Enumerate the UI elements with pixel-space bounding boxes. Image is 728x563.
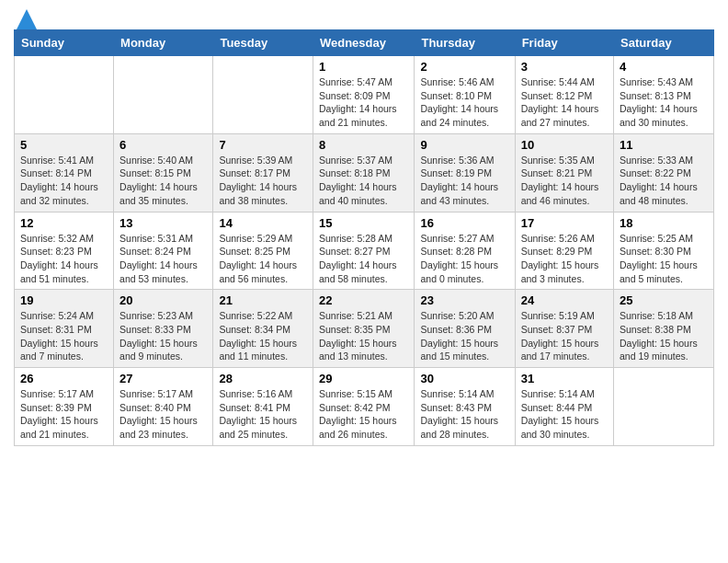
day-info: Sunrise: 5:32 AM Sunset: 8:23 PM Dayligh… — [20, 232, 108, 286]
day-number: 22 — [319, 293, 409, 307]
calendar-cell: 29Sunrise: 5:15 AM Sunset: 8:42 PM Dayli… — [313, 368, 415, 446]
day-number: 12 — [20, 216, 108, 230]
day-number: 10 — [521, 138, 608, 152]
calendar-header-tuesday: Tuesday — [213, 30, 313, 56]
day-number: 15 — [319, 216, 409, 230]
calendar-cell: 16Sunrise: 5:27 AM Sunset: 8:28 PM Dayli… — [415, 212, 515, 290]
day-info: Sunrise: 5:19 AM Sunset: 8:37 PM Dayligh… — [521, 309, 608, 363]
calendar-cell: 24Sunrise: 5:19 AM Sunset: 8:37 PM Dayli… — [515, 290, 613, 368]
calendar-cell: 11Sunrise: 5:33 AM Sunset: 8:22 PM Dayli… — [614, 133, 714, 212]
day-number: 13 — [119, 216, 207, 230]
day-info: Sunrise: 5:17 AM Sunset: 8:40 PM Dayligh… — [119, 387, 207, 442]
calendar-cell: 28Sunrise: 5:16 AM Sunset: 8:41 PM Dayli… — [213, 368, 313, 446]
calendar-cell: 22Sunrise: 5:21 AM Sunset: 8:35 PM Dayli… — [313, 290, 415, 368]
calendar-header-wednesday: Wednesday — [313, 30, 415, 56]
day-info: Sunrise: 5:26 AM Sunset: 8:29 PM Dayligh… — [521, 232, 608, 286]
calendar-header-sunday: Sunday — [15, 30, 114, 56]
day-number: 28 — [219, 372, 307, 385]
day-number: 25 — [620, 293, 708, 307]
day-info: Sunrise: 5:14 AM Sunset: 8:43 PM Dayligh… — [420, 387, 508, 442]
calendar-cell: 27Sunrise: 5:17 AM Sunset: 8:40 PM Dayli… — [114, 368, 213, 446]
day-info: Sunrise: 5:39 AM Sunset: 8:17 PM Dayligh… — [219, 154, 307, 208]
day-info: Sunrise: 5:43 AM Sunset: 8:13 PM Dayligh… — [620, 75, 708, 130]
calendar-cell: 15Sunrise: 5:28 AM Sunset: 8:27 PM Dayli… — [313, 212, 415, 290]
day-info: Sunrise: 5:36 AM Sunset: 8:19 PM Dayligh… — [420, 154, 508, 208]
day-info: Sunrise: 5:17 AM Sunset: 8:39 PM Dayligh… — [20, 387, 108, 442]
calendar-cell: 12Sunrise: 5:32 AM Sunset: 8:23 PM Dayli… — [15, 212, 114, 290]
day-number: 27 — [119, 372, 207, 385]
day-info: Sunrise: 5:40 AM Sunset: 8:15 PM Dayligh… — [119, 154, 207, 208]
calendar: SundayMondayTuesdayWednesdayThursdayFrid… — [14, 29, 714, 446]
calendar-header-monday: Monday — [114, 30, 213, 56]
calendar-week-1: 1Sunrise: 5:47 AM Sunset: 8:09 PM Daylig… — [15, 56, 714, 134]
header — [14, 9, 714, 22]
calendar-week-5: 26Sunrise: 5:17 AM Sunset: 8:39 PM Dayli… — [15, 368, 714, 446]
calendar-cell: 31Sunrise: 5:14 AM Sunset: 8:44 PM Dayli… — [515, 368, 613, 446]
day-number: 16 — [420, 216, 508, 230]
day-info: Sunrise: 5:18 AM Sunset: 8:38 PM Dayligh… — [620, 309, 708, 363]
day-number: 17 — [521, 216, 608, 230]
calendar-cell: 13Sunrise: 5:31 AM Sunset: 8:24 PM Dayli… — [114, 212, 213, 290]
day-number: 26 — [20, 372, 108, 385]
day-number: 23 — [420, 293, 508, 307]
calendar-week-3: 12Sunrise: 5:32 AM Sunset: 8:23 PM Dayli… — [15, 212, 714, 290]
day-info: Sunrise: 5:29 AM Sunset: 8:25 PM Dayligh… — [219, 232, 307, 286]
svg-marker-0 — [17, 9, 37, 29]
calendar-header-row: SundayMondayTuesdayWednesdayThursdayFrid… — [15, 30, 714, 56]
page: SundayMondayTuesdayWednesdayThursdayFrid… — [0, 0, 728, 460]
day-number: 18 — [620, 216, 708, 230]
calendar-cell: 20Sunrise: 5:23 AM Sunset: 8:33 PM Dayli… — [114, 290, 213, 368]
day-info: Sunrise: 5:44 AM Sunset: 8:12 PM Dayligh… — [521, 75, 608, 130]
day-info: Sunrise: 5:27 AM Sunset: 8:28 PM Dayligh… — [420, 232, 508, 286]
calendar-cell: 5Sunrise: 5:41 AM Sunset: 8:14 PM Daylig… — [15, 133, 114, 212]
calendar-cell — [15, 56, 114, 134]
day-number: 14 — [219, 216, 307, 230]
calendar-cell: 7Sunrise: 5:39 AM Sunset: 8:17 PM Daylig… — [213, 133, 313, 212]
calendar-cell: 25Sunrise: 5:18 AM Sunset: 8:38 PM Dayli… — [614, 290, 714, 368]
calendar-cell: 21Sunrise: 5:22 AM Sunset: 8:34 PM Dayli… — [213, 290, 313, 368]
calendar-cell — [213, 56, 313, 134]
day-info: Sunrise: 5:25 AM Sunset: 8:30 PM Dayligh… — [620, 232, 708, 286]
day-info: Sunrise: 5:35 AM Sunset: 8:21 PM Dayligh… — [521, 154, 608, 208]
day-number: 8 — [319, 138, 409, 152]
day-number: 2 — [420, 60, 508, 74]
calendar-cell — [614, 368, 714, 446]
day-info: Sunrise: 5:46 AM Sunset: 8:10 PM Dayligh… — [420, 75, 508, 130]
calendar-cell: 19Sunrise: 5:24 AM Sunset: 8:31 PM Dayli… — [15, 290, 114, 368]
calendar-week-2: 5Sunrise: 5:41 AM Sunset: 8:14 PM Daylig… — [15, 133, 714, 212]
calendar-cell: 3Sunrise: 5:44 AM Sunset: 8:12 PM Daylig… — [515, 56, 613, 134]
calendar-cell: 4Sunrise: 5:43 AM Sunset: 8:13 PM Daylig… — [614, 56, 714, 134]
day-info: Sunrise: 5:20 AM Sunset: 8:36 PM Dayligh… — [420, 309, 508, 363]
day-number: 21 — [219, 293, 307, 307]
calendar-cell — [114, 56, 213, 134]
calendar-cell: 2Sunrise: 5:46 AM Sunset: 8:10 PM Daylig… — [415, 56, 515, 134]
day-info: Sunrise: 5:37 AM Sunset: 8:18 PM Dayligh… — [319, 154, 409, 208]
calendar-week-4: 19Sunrise: 5:24 AM Sunset: 8:31 PM Dayli… — [15, 290, 714, 368]
calendar-cell: 6Sunrise: 5:40 AM Sunset: 8:15 PM Daylig… — [114, 133, 213, 212]
day-number: 24 — [521, 293, 608, 307]
day-info: Sunrise: 5:23 AM Sunset: 8:33 PM Dayligh… — [119, 309, 207, 363]
day-number: 31 — [521, 372, 608, 385]
day-number: 29 — [319, 372, 409, 385]
calendar-cell: 23Sunrise: 5:20 AM Sunset: 8:36 PM Dayli… — [415, 290, 515, 368]
day-info: Sunrise: 5:28 AM Sunset: 8:27 PM Dayligh… — [319, 232, 409, 286]
day-info: Sunrise: 5:33 AM Sunset: 8:22 PM Dayligh… — [620, 154, 708, 208]
calendar-cell: 8Sunrise: 5:37 AM Sunset: 8:18 PM Daylig… — [313, 133, 415, 212]
day-number: 4 — [620, 60, 708, 74]
logo-triangle-icon — [17, 9, 37, 29]
calendar-cell: 10Sunrise: 5:35 AM Sunset: 8:21 PM Dayli… — [515, 133, 613, 212]
calendar-cell: 18Sunrise: 5:25 AM Sunset: 8:30 PM Dayli… — [614, 212, 714, 290]
day-number: 30 — [420, 372, 508, 385]
calendar-header-friday: Friday — [515, 30, 613, 56]
day-number: 11 — [620, 138, 708, 152]
calendar-cell: 9Sunrise: 5:36 AM Sunset: 8:19 PM Daylig… — [415, 133, 515, 212]
day-number: 6 — [119, 138, 207, 152]
calendar-header-thursday: Thursday — [415, 30, 515, 56]
calendar-cell: 1Sunrise: 5:47 AM Sunset: 8:09 PM Daylig… — [313, 56, 415, 134]
day-number: 5 — [20, 138, 108, 152]
calendar-header-saturday: Saturday — [614, 30, 714, 56]
day-number: 7 — [219, 138, 307, 152]
day-number: 9 — [420, 138, 508, 152]
calendar-cell: 30Sunrise: 5:14 AM Sunset: 8:43 PM Dayli… — [415, 368, 515, 446]
calendar-cell: 26Sunrise: 5:17 AM Sunset: 8:39 PM Dayli… — [15, 368, 114, 446]
